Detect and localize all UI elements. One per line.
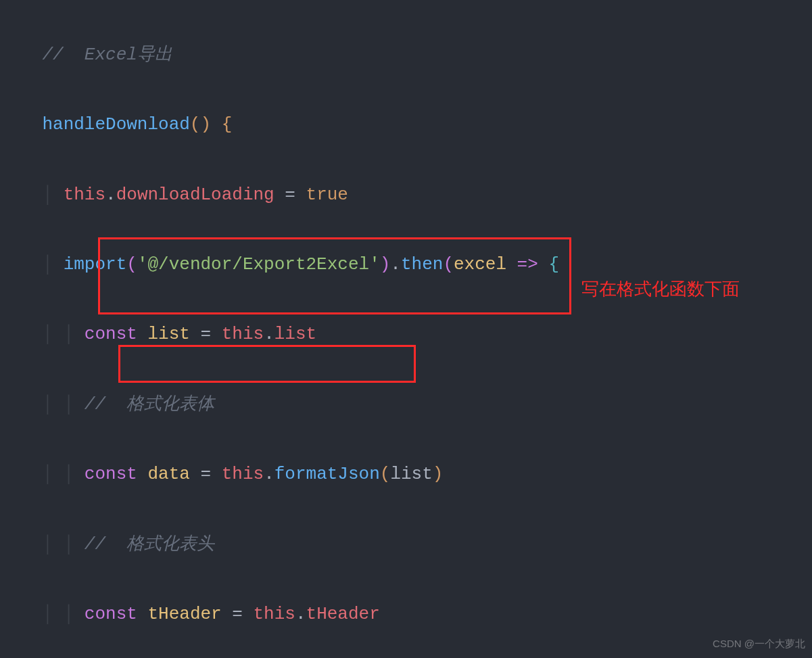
code-line: │ │ const tHeader = this.tHeader: [0, 597, 812, 632]
code-editor[interactable]: // Excel导出 handleDownload() { │ this.dow…: [0, 0, 812, 658]
code-line: // Excel导出: [0, 38, 812, 73]
comment: // Excel导出: [42, 45, 172, 65]
code-line: │ │ const list = this.list: [0, 317, 812, 352]
function-name: handleDownload: [42, 114, 189, 135]
watermark: CSDN @一个大萝北: [713, 634, 805, 654]
code-line: │ │ // 格式化表体: [0, 387, 812, 423]
code-line: handleDownload() {: [0, 108, 812, 143]
code-line: │ │ const data = this.formatJson(list): [0, 457, 812, 492]
annotation-text: 写在格式化函数下面: [581, 272, 740, 307]
code-line: │ │ // 格式化表头: [0, 527, 812, 563]
code-line: │ this.downloadLoading = true: [0, 178, 812, 213]
